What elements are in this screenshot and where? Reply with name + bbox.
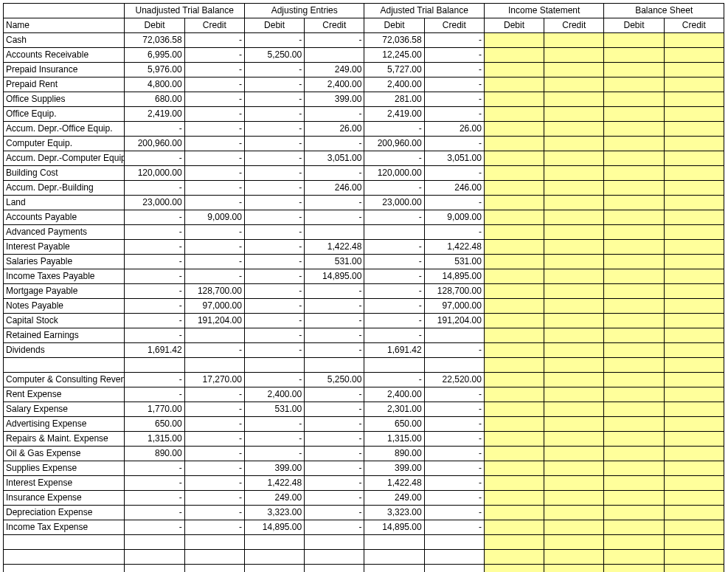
- row-name-cell: [4, 550, 125, 565]
- table-row: Interest Expense--1,422.48-1,422.48-: [4, 476, 724, 491]
- row-value-cell: 3,323.00: [364, 506, 424, 520]
- row-value-cell: -: [184, 48, 244, 63]
- row-value-cell: [604, 535, 664, 550]
- row-value-cell: 23,000.00: [125, 196, 184, 210]
- row-name-cell: Land: [4, 196, 125, 210]
- row-name-cell: Computer Equip.: [4, 137, 125, 151]
- row-value-cell: -: [184, 506, 244, 520]
- row-value-cell: -: [244, 328, 304, 343]
- row-value-cell: [305, 225, 364, 240]
- row-value-cell: [544, 491, 604, 506]
- row-value-cell: [604, 417, 664, 432]
- header-sub-row: Name Debit Credit Debit Credit Debit Cre…: [4, 18, 724, 33]
- row-name-cell: Accounts Payable: [4, 210, 125, 225]
- row-value-cell: -: [305, 284, 364, 299]
- row-value-cell: [664, 432, 724, 447]
- row-value-cell: [244, 358, 304, 373]
- row-value-cell: [664, 461, 724, 476]
- row-value-cell: 680.00: [125, 92, 184, 107]
- row-value-cell: -: [244, 33, 304, 48]
- row-value-cell: -: [305, 343, 364, 358]
- row-name-cell: Accum. Depr.-Computer Equip.: [4, 151, 125, 166]
- row-value-cell: -: [125, 122, 184, 137]
- row-value-cell: [664, 225, 724, 240]
- row-value-cell: -: [244, 225, 304, 240]
- table-row: Office Supplies680.00--399.00281.00-: [4, 92, 724, 107]
- row-value-cell: -: [184, 491, 244, 506]
- row-value-cell: [544, 284, 604, 299]
- row-value-cell: 200,960.00: [125, 137, 184, 151]
- row-value-cell: -: [244, 373, 304, 387]
- row-value-cell: [664, 240, 724, 255]
- header-name-blank: [4, 4, 125, 18]
- row-value-cell: -: [305, 476, 364, 491]
- row-value-cell: [544, 92, 604, 107]
- row-value-cell: -: [244, 269, 304, 284]
- row-value-cell: 1,315.00: [364, 432, 424, 447]
- header-group-atb: Adjusted Trial Balance: [364, 4, 484, 18]
- row-value-cell: 399.00: [364, 461, 424, 476]
- row-value-cell: 14,895.00: [424, 269, 484, 284]
- row-value-cell: -: [184, 107, 244, 122]
- row-value-cell: -: [305, 387, 364, 402]
- row-value-cell: -: [184, 520, 244, 535]
- row-value-cell: -: [364, 122, 424, 137]
- row-value-cell: 890.00: [125, 447, 184, 461]
- row-value-cell: 1,422.48: [244, 476, 304, 491]
- row-value-cell: [664, 550, 724, 565]
- table-row: Income Tax Expense--14,895.00-14,895.00-: [4, 520, 724, 535]
- row-value-cell: [484, 432, 544, 447]
- row-value-cell: 14,895.00: [244, 520, 304, 535]
- table-row: Rent Expense--2,400.00-2,400.00-: [4, 387, 724, 402]
- header-atb-credit: Credit: [424, 18, 484, 33]
- row-value-cell: 5,976.00: [125, 63, 184, 77]
- row-value-cell: -: [424, 387, 484, 402]
- row-value-cell: [364, 565, 424, 573]
- row-value-cell: -: [424, 432, 484, 447]
- row-value-cell: -: [244, 255, 304, 269]
- table-row: Insurance Expense--249.00-249.00-: [4, 491, 724, 506]
- row-name-cell: Retained Earnings: [4, 328, 125, 343]
- table-row: Salary Expense1,770.00-531.00-2,301.00-: [4, 402, 724, 417]
- row-value-cell: 249.00: [305, 63, 364, 77]
- row-value-cell: [364, 550, 424, 565]
- row-name-cell: Income Taxes Payable: [4, 269, 125, 284]
- row-value-cell: -: [305, 417, 364, 432]
- row-value-cell: [544, 166, 604, 181]
- row-value-cell: [664, 210, 724, 225]
- row-value-cell: -: [244, 432, 304, 447]
- row-value-cell: [544, 373, 604, 387]
- table-row: [4, 550, 724, 565]
- table-row: Dividends1,691.42---1,691.42-: [4, 343, 724, 358]
- row-value-cell: [604, 122, 664, 137]
- row-value-cell: -: [244, 343, 304, 358]
- table-row: Advertising Expense650.00---650.00-: [4, 417, 724, 432]
- row-value-cell: [544, 299, 604, 314]
- row-value-cell: -: [364, 240, 424, 255]
- header-atb-debit: Debit: [364, 18, 424, 33]
- row-value-cell: [604, 48, 664, 63]
- row-value-cell: 120,000.00: [364, 166, 424, 181]
- row-value-cell: [544, 77, 604, 92]
- row-name-cell: Repairs & Maint. Expense: [4, 432, 125, 447]
- row-value-cell: -: [184, 387, 244, 402]
- row-value-cell: [484, 373, 544, 387]
- row-value-cell: -: [184, 225, 244, 240]
- row-value-cell: -: [244, 299, 304, 314]
- row-value-cell: 72,036.58: [364, 33, 424, 48]
- row-value-cell: 97,000.00: [424, 299, 484, 314]
- row-value-cell: 5,250.00: [244, 48, 304, 63]
- row-value-cell: 5,250.00: [305, 373, 364, 387]
- row-value-cell: -: [184, 151, 244, 166]
- row-value-cell: [604, 387, 664, 402]
- table-row: Computer Equip.200,960.00---200,960.00-: [4, 137, 724, 151]
- row-value-cell: -: [244, 447, 304, 461]
- row-value-cell: -: [244, 92, 304, 107]
- row-value-cell: [604, 550, 664, 565]
- row-value-cell: -: [424, 506, 484, 520]
- row-value-cell: -: [125, 269, 184, 284]
- row-name-cell: Insurance Expense: [4, 491, 125, 506]
- header-adj-credit: Credit: [305, 18, 364, 33]
- row-value-cell: 246.00: [424, 181, 484, 196]
- table-row: Office Equip.2,419.00---2,419.00-: [4, 107, 724, 122]
